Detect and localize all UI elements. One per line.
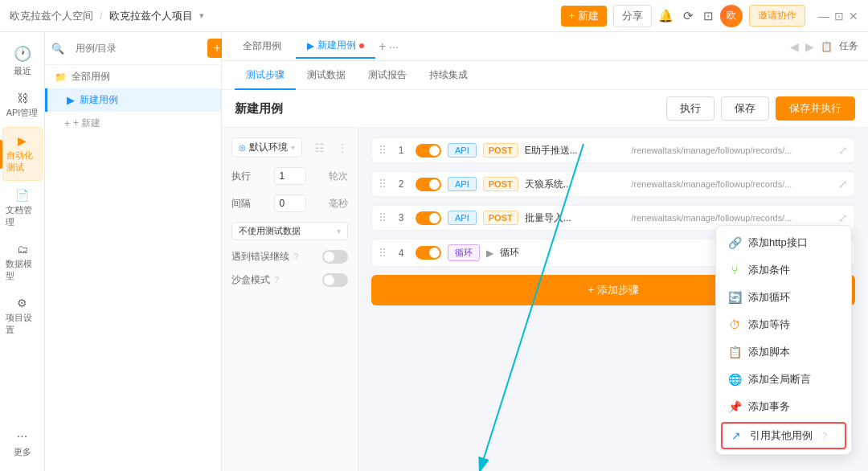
sandbox-toggle[interactable] [322,273,348,287]
sub-tabs-bar: 测试步骤 测试数据 测试报告 持续集成 [222,61,868,90]
drag-handle-icon[interactable]: ⠿ [379,211,387,224]
env-select[interactable]: ◎ 默认环境 ▾ [231,137,302,158]
dropdown-item-task[interactable]: 📌 添加事务 [716,393,851,420]
testdata-select[interactable]: 不使用测试数据 ▾ [231,222,348,240]
new-case-item[interactable]: ▶ 新建用例 [45,88,221,112]
dropdown-item-wait[interactable]: ⏱ 添加等待 [716,311,851,338]
step-enable-toggle[interactable] [416,246,441,260]
tasks-label[interactable]: 任务 [839,39,858,53]
exec-button[interactable]: 执行 [666,96,714,121]
panel-new-button[interactable]: + + 新建 [45,112,221,135]
table-row: ⠿ 2 API POST 天狼系统... /renewaltask/manage… [371,171,855,197]
case-icon: ▶ [67,94,75,106]
step-expand-icon[interactable]: ⤢ [838,178,848,190]
sidebar-item-more[interactable]: ··· 更多 [2,423,43,465]
plus-icon: + [64,118,70,129]
sub-tab-steps[interactable]: 测试步骤 [235,62,296,90]
main-layout: 🕐 最近 ⛓ API管理 ▶ 自动化测试 📄 文档管理 🗂 [0,32,868,471]
onerror-label: 遇到错误继续 ? [231,250,298,264]
step-expand-icon[interactable]: ⤢ [838,211,848,224]
dropdown-item-http[interactable]: 🔗 添加http接口 [716,229,851,256]
save-button[interactable]: 保存 [721,96,769,121]
tab-all-cases[interactable]: 全部用例 [231,35,293,58]
ref-help-icon[interactable]: ? [822,431,827,440]
nav-left-icon[interactable]: ◀ [790,40,799,53]
dropdown-item-script[interactable]: 📋 添加脚本 [716,338,851,366]
global-icon: 🌐 [727,373,742,386]
topbar-icons: 🔔 ⟳ ⊡ [658,9,714,23]
sandbox-help-icon[interactable]: ? [274,275,279,285]
step-path: /renewaltask/manage/followup/records/... [631,145,832,155]
topbar-project[interactable]: 欧克拉兹个人项目 [109,9,193,23]
sort-action-icon[interactable]: ⇅ [192,72,200,83]
close-icon[interactable]: ✕ [849,10,858,23]
sidebar-item-settings[interactable]: ⚙ 项目设置 [2,290,43,342]
step-enable-toggle[interactable] [416,211,441,225]
api-icon: ⛓ [17,92,28,104]
sidebar-item-recent-wrap: 🕐 最近 [2,39,43,84]
tabs-right-actions: ◀ ▶ 📋 任务 [790,39,858,53]
task-dropdown-icon: 📌 [727,400,742,413]
collab-button[interactable]: 邀请协作 [749,5,805,27]
dropdown-item-global-label: 添加全局断言 [748,372,811,387]
dropdown-item-ref[interactable]: ↗ 引用其他用例 ? [721,422,846,449]
dropdown-item-global[interactable]: 🌐 添加全局断言 [716,366,851,393]
drag-handle-icon[interactable]: ⠿ [379,144,387,157]
search-input[interactable] [69,39,203,57]
sidebar-item-docs-wrap: 📄 文档管理 [2,182,43,235]
config-action-icon1[interactable]: ☷ [314,141,325,154]
exec-unit: 轮次 [329,170,348,183]
tab-new-icon: ▶ [307,40,314,51]
sidebar-item-api[interactable]: ⛓ API管理 [2,85,43,125]
step-name: 批量导入... [525,211,625,225]
sub-tab-data[interactable]: 测试数据 [296,62,357,90]
sidebar-item-data[interactable]: 🗂 数据模型 [2,236,43,289]
onerror-toggle[interactable] [322,250,348,264]
sub-tab-ci[interactable]: 持续集成 [418,62,479,90]
sidebar-item-auto[interactable]: ▶ 自动化测试 [2,127,43,181]
config-action-icon2[interactable]: ⋮ [337,141,348,154]
exec-label: 执行 [231,170,251,183]
expand-icon[interactable]: ⊡ [703,9,714,23]
content-body: ◎ 默认环境 ▾ ☷ ⋮ 执行 轮次 间隔 毫秒 [222,128,868,471]
tab-new-case[interactable]: ▶ 新建用例 [296,34,375,59]
refresh-action-icon[interactable]: ⟳ [181,72,189,83]
config-interval-row: 间隔 毫秒 [231,195,348,212]
minimize-icon[interactable]: — [818,10,829,23]
drag-handle-icon[interactable]: ⠿ [379,247,387,260]
env-label: 默认环境 [249,141,288,154]
more-icon: ··· [17,429,27,444]
step-enable-toggle[interactable] [416,144,441,158]
sub-tab-report[interactable]: 测试报告 [357,62,418,90]
step-enable-toggle[interactable] [416,178,441,191]
dropdown-item-condition-label: 添加条件 [748,263,790,277]
tab-add-button[interactable]: + [379,39,386,54]
dropdown-item-loop[interactable]: 🔄 添加循环 [716,284,851,311]
onerror-help-icon[interactable]: ? [293,252,298,261]
tab-all-label: 全部用例 [243,39,281,53]
tab-more-button[interactable]: ··· [389,40,399,53]
maximize-icon[interactable]: ⊡ [834,10,844,23]
sidebar: 🕐 最近 ⛓ API管理 ▶ 自动化测试 📄 文档管理 🗂 [0,32,45,471]
step-method-badge: POST [483,211,518,225]
config-sandbox-row: 沙盒模式 ? [231,273,348,287]
save-run-button[interactable]: 保存并执行 [776,96,855,121]
share-button[interactable]: 分享 [613,5,652,27]
interval-label: 间隔 [231,197,251,211]
sidebar-item-recent[interactable]: 🕐 最近 [2,39,43,84]
sidebar-item-docs[interactable]: 📄 文档管理 [2,182,43,235]
interval-input[interactable] [274,195,306,212]
bell-icon[interactable]: 🔔 [658,9,674,23]
refresh-icon[interactable]: ⟳ [683,9,694,23]
step-expand-icon[interactable]: ⤢ [838,144,848,157]
nav-right-icon[interactable]: ▶ [805,40,814,53]
dropdown-item-condition[interactable]: ⑂ 添加条件 [716,256,851,284]
topbar-workspace[interactable]: 欧克拉兹个人空间 [10,9,93,23]
avatar[interactable]: 欧 [720,5,743,27]
interval-unit: 毫秒 [329,197,348,211]
drag-handle-icon[interactable]: ⠿ [379,178,387,190]
more-action-icon[interactable]: ··· [203,72,211,83]
new-button[interactable]: + 新建 [561,6,607,27]
exec-input[interactable] [274,167,306,185]
all-cases-section[interactable]: 📁 全部用例 ⟳ ⇅ ··· [45,65,221,88]
